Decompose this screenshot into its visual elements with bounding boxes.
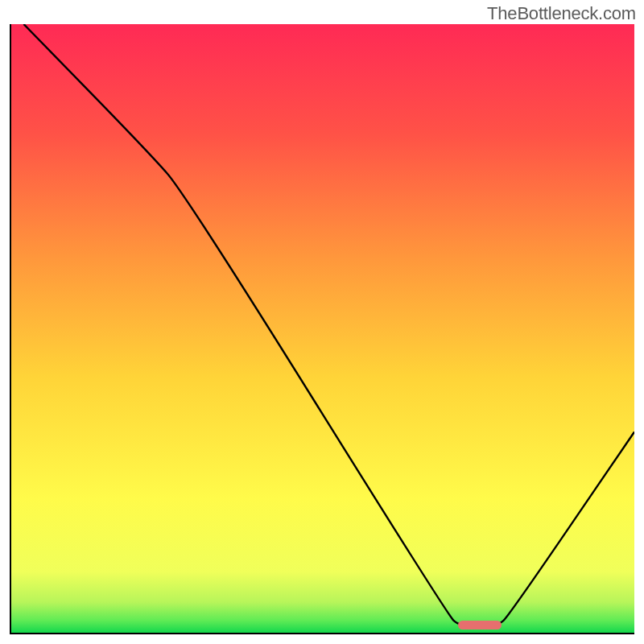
optimal-marker bbox=[458, 621, 502, 630]
svg-rect-0 bbox=[11, 24, 634, 633]
watermark-text: TheBottleneck.com bbox=[487, 3, 636, 24]
heatmap-gradient-background bbox=[11, 24, 634, 633]
plot-area bbox=[10, 24, 634, 634]
